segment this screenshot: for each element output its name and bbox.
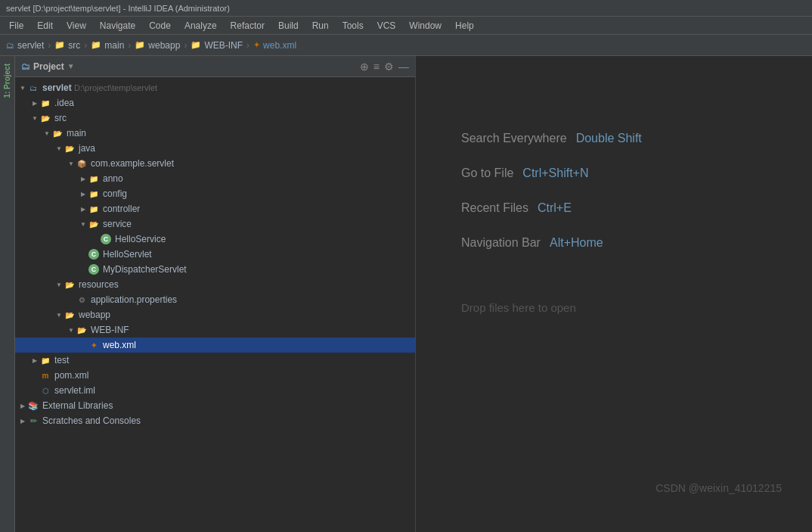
menu-tools[interactable]: Tools [336, 19, 370, 33]
tree-item-iml[interactable]: ⬡ servlet.iml [15, 383, 415, 398]
tree-item-webapp[interactable]: 📂 webapp [15, 307, 415, 322]
menu-window[interactable]: Window [403, 19, 448, 33]
panel-title: 🗂 Project ▼ [21, 61, 75, 72]
tree-item-controller[interactable]: 📁 controller [15, 201, 415, 216]
breadcrumb-webinf-icon: 📁 [191, 40, 201, 50]
breadcrumb-webapp[interactable]: webapp [148, 40, 180, 51]
label-test: test [54, 355, 69, 366]
icon-helloservice-class: C [100, 233, 112, 245]
panel-action-equalizer[interactable]: ≡ [373, 61, 380, 73]
tree-item-idea[interactable]: 📁 .idea [15, 95, 415, 110]
arrow-webapp [54, 310, 64, 319]
main-layout: 1: Project 🗂 Project ▼ ⊕ ≡ ⚙ — 🗂 [0, 56, 812, 532]
icon-main-folder: 📂 [51, 127, 64, 139]
label-app-props: application.properties [91, 294, 177, 305]
breadcrumb-sep-2: › [84, 40, 87, 51]
panel-action-settings[interactable]: ⚙ [384, 61, 394, 73]
label-ext-libs: External Libraries [42, 400, 113, 411]
arrow-src [30, 114, 39, 123]
tree-item-webinf[interactable]: 📂 WEB-INF [15, 322, 415, 338]
hint-search-shortcut: Double Shift [576, 132, 642, 145]
title-text: servlet [D:\project\temp\servlet] - Inte… [6, 4, 230, 13]
menu-refactor[interactable]: Refactor [225, 19, 271, 33]
breadcrumb-src[interactable]: src [68, 40, 80, 51]
tree-item-test[interactable]: 📁 test [15, 353, 415, 368]
panel-actions: ⊕ ≡ ⚙ — [360, 61, 409, 73]
breadcrumb-servlet[interactable]: servlet [17, 40, 44, 51]
tree-item-java[interactable]: 📂 java [15, 141, 415, 156]
icon-package: 📦 [76, 157, 88, 170]
arrow-service [79, 219, 88, 229]
tree-item-servlet-root[interactable]: 🗂 servlet D:\project\temp\servlet [15, 80, 415, 95]
breadcrumb-webxml-icon: ✦ [253, 40, 260, 50]
tree-item-mydispatcher[interactable]: C MyDispatcherServlet [15, 262, 415, 277]
panel-action-globe[interactable]: ⊕ [360, 61, 369, 73]
hint-search-label: Search Everywhere [461, 132, 567, 145]
menu-file[interactable]: File [3, 19, 29, 33]
label-com-example: com.example.servlet [91, 158, 174, 169]
watermark-text: CSDN @weixin_41012215 [655, 482, 782, 494]
label-pom: pom.xml [54, 370, 88, 381]
drop-hint: Drop files here to open [461, 301, 782, 314]
icon-scratches: ✏ [27, 415, 39, 427]
menu-code[interactable]: Code [143, 19, 177, 33]
breadcrumb-src-icon: 📁 [54, 40, 65, 50]
right-panel: Search Everywhere Double Shift Go to Fil… [416, 56, 812, 532]
hint-section: Search Everywhere Double Shift Go to Fil… [461, 132, 782, 314]
tree-item-config[interactable]: 📁 config [15, 186, 415, 201]
menu-navigate[interactable]: Navigate [94, 19, 141, 33]
icon-properties-file: ⚙ [76, 294, 88, 306]
tree-item-scratches[interactable]: ✏ Scratches and Consoles [15, 413, 415, 428]
icon-ext-libs: 📚 [27, 400, 39, 412]
menu-help[interactable]: Help [449, 19, 480, 33]
tree-item-com-example[interactable]: 📦 com.example.servlet [15, 156, 415, 171]
breadcrumb-main[interactable]: main [104, 40, 124, 51]
label-service: service [103, 219, 132, 229]
hint-file-shortcut: Ctrl+Shift+N [522, 166, 588, 180]
panel-folder-icon: 🗂 [21, 61, 30, 72]
tree-item-resources[interactable]: 📂 resources [15, 277, 415, 292]
breadcrumb-webxml[interactable]: web.xml [263, 40, 296, 51]
tree-item-anno[interactable]: 📁 anno [15, 171, 415, 186]
tree-item-app-props[interactable]: ⚙ application.properties [15, 292, 415, 307]
panel-dropdown-icon[interactable]: ▼ [67, 62, 75, 70]
menu-edit[interactable]: Edit [31, 19, 59, 33]
arrow-idea [30, 98, 39, 107]
menu-build[interactable]: Build [272, 19, 305, 33]
hint-nav-bar: Navigation Bar Alt+Home [461, 236, 782, 250]
menu-run[interactable]: Run [306, 19, 335, 33]
tree-item-webxml[interactable]: ✦ web.xml [15, 338, 415, 353]
breadcrumb-webinf[interactable]: WEB-INF [204, 40, 243, 51]
label-controller: controller [103, 204, 140, 214]
panel-action-minimize[interactable]: — [398, 61, 409, 73]
breadcrumb-main-icon: 📁 [91, 40, 101, 50]
breadcrumb-bar: 🗂 servlet › 📁 src › 📁 main › 📁 webapp › … [0, 35, 812, 56]
menu-vcs[interactable]: VCS [371, 19, 402, 33]
tree-item-ext-libs[interactable]: 📚 External Libraries [15, 398, 415, 413]
label-webxml: web.xml [103, 340, 136, 350]
label-iml: servlet.iml [54, 385, 95, 396]
icon-controller-folder: 📁 [88, 203, 100, 215]
tree-item-pom[interactable]: m pom.xml [15, 368, 415, 383]
tree-item-service[interactable]: 📂 service [15, 216, 415, 232]
hint-nav-label: Navigation Bar [461, 236, 541, 250]
tree-item-helloservice[interactable]: C HelloService [15, 232, 415, 247]
tree-item-helloservlet[interactable]: C HelloServlet [15, 247, 415, 262]
menu-analyze[interactable]: Analyze [178, 19, 223, 33]
arrow-scratches [18, 416, 27, 425]
side-tab-project[interactable]: 1: Project [2, 59, 13, 103]
menu-view[interactable]: View [60, 19, 92, 33]
breadcrumb-webapp-icon: 📁 [135, 40, 145, 50]
label-webinf: WEB-INF [91, 325, 129, 335]
tree-item-src[interactable]: 📂 src [15, 110, 415, 126]
arrow-com-example [67, 159, 76, 168]
arrow-resources [54, 280, 64, 289]
label-main: main [67, 128, 86, 138]
arrow-java [54, 144, 64, 153]
tree-view[interactable]: 🗂 servlet D:\project\temp\servlet 📁 .ide… [15, 77, 415, 532]
label-helloservlet: HelloServlet [103, 249, 152, 260]
breadcrumb-sep-4: › [184, 40, 187, 51]
tree-item-main[interactable]: 📂 main [15, 126, 415, 141]
breadcrumb-sep-3: › [128, 40, 131, 51]
breadcrumb-sep-5: › [246, 40, 249, 51]
